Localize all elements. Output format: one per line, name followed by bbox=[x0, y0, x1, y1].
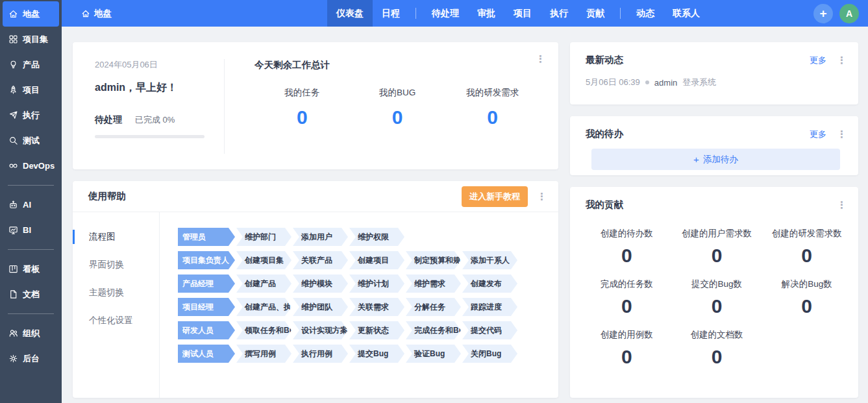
work-summary-stats: 我的任务 0 我的BUG 0 我的研发需求 0 bbox=[254, 87, 540, 128]
stat-label: 我的任务 bbox=[254, 87, 350, 99]
tutorial-button[interactable]: 进入新手教程 bbox=[462, 186, 528, 207]
sidebar-item-org[interactable]: 组织 bbox=[3, 321, 59, 346]
flow-step: 维护团队 bbox=[293, 298, 348, 316]
stat-label: 创建的待办数 bbox=[582, 228, 672, 239]
tab-dynamic[interactable]: 动态 bbox=[627, 0, 663, 27]
stat-label: 我的BUG bbox=[350, 87, 445, 99]
greeting-text: admin，早上好！ bbox=[95, 81, 205, 95]
progress-bar bbox=[95, 135, 205, 138]
sidebar-item-label: 文档 bbox=[23, 289, 40, 300]
flow-step: 维护模块 bbox=[293, 275, 348, 293]
magnifier-icon bbox=[8, 136, 18, 146]
tab-execution[interactable]: 执行 bbox=[541, 0, 577, 27]
stat-label: 创建的用户需求数 bbox=[672, 228, 762, 239]
rocket-icon bbox=[8, 85, 18, 95]
stat-label: 解决的Bug数 bbox=[762, 278, 852, 290]
stat-my-tasks: 我的任务 0 bbox=[254, 87, 350, 128]
tab-approval[interactable]: 审批 bbox=[468, 0, 504, 27]
contribution-grid: 创建的待办数 0 创建的用户需求数 0 创建的研发需求数 0 完成的任务数 0 bbox=[570, 211, 858, 380]
flow-step: 关联需求 bbox=[349, 298, 404, 316]
sidebar-item-label: 地盘 bbox=[23, 8, 40, 20]
flow-step: 创建项目集 bbox=[236, 251, 291, 269]
help-tabs: 流程图 界面切换 主题切换 个性化设置 bbox=[73, 212, 160, 398]
kebab-menu-icon[interactable]: ⋮ bbox=[834, 128, 849, 140]
tab-contacts[interactable]: 联系人 bbox=[663, 0, 709, 27]
breadcrumb[interactable]: 地盘 bbox=[81, 8, 112, 19]
kebab-menu-icon[interactable]: ⋮ bbox=[834, 54, 849, 66]
latest-news-card: 最新动态 更多 ⋮ 5月06日 06:39 admin 登录系统 bbox=[570, 42, 858, 104]
add-todo-label: 添加待办 bbox=[703, 154, 738, 165]
news-item: 5月06日 06:39 admin 登录系统 bbox=[570, 66, 858, 88]
my-contribution-card: 我的贡献 ⋮ 创建的待办数 0 创建的用户需求数 0 创建的研发需求数 0 bbox=[570, 187, 858, 398]
flow-role: 产品经理 bbox=[178, 275, 235, 293]
sidebar-item-label: BI bbox=[23, 225, 31, 235]
stat-dev-stories-created: 创建的研发需求数 0 bbox=[762, 228, 852, 267]
sidebar-item-label: 看板 bbox=[23, 263, 40, 275]
sidebar-item-program[interactable]: 项目集 bbox=[3, 27, 59, 52]
help-card-header: 使用帮助 进入新手教程 ⋮ bbox=[73, 181, 558, 212]
add-todo-button[interactable]: + 添加待办 bbox=[591, 149, 840, 170]
welcome-left: 2024年05月06日 admin，早上好！ 待处理 已完成 0% bbox=[95, 59, 225, 154]
grid-icon bbox=[8, 34, 18, 45]
sidebar-item-product[interactable]: 产品 bbox=[3, 52, 59, 77]
right-column: 最新动态 更多 ⋮ 5月06日 06:39 admin 登录系统 我的待办 更多… bbox=[570, 42, 858, 398]
tab-project[interactable]: 项目 bbox=[504, 0, 541, 27]
stat-value: 0 bbox=[762, 245, 852, 267]
sidebar-item-label: 执行 bbox=[23, 110, 40, 121]
tab-todo[interactable]: 待处理 bbox=[423, 0, 468, 27]
flow-step: 跟踪进度 bbox=[462, 298, 517, 316]
stat-value: 0 bbox=[445, 106, 540, 128]
help-tab-ui-switch[interactable]: 界面切换 bbox=[73, 253, 159, 276]
kebab-menu-icon[interactable]: ⋮ bbox=[533, 53, 548, 65]
completed-label: 已完成 0% bbox=[135, 114, 175, 126]
sidebar-item-project[interactable]: 项目 bbox=[3, 77, 59, 103]
stat-value: 0 bbox=[672, 245, 762, 267]
tab-dashboard[interactable]: 仪表盘 bbox=[327, 0, 373, 27]
flow-step: 添加干系人 bbox=[462, 251, 517, 269]
flow-step: 关联产品 bbox=[293, 251, 348, 269]
stat-value: 0 bbox=[582, 245, 672, 267]
stat-label: 提交的Bug数 bbox=[672, 278, 762, 290]
avatar[interactable]: A bbox=[839, 4, 859, 23]
flow-role: 管理员 bbox=[178, 228, 235, 246]
sidebar-item-label: 项目集 bbox=[23, 34, 48, 45]
more-link[interactable]: 更多 bbox=[810, 128, 826, 140]
stat-label: 完成的任务数 bbox=[582, 278, 672, 290]
create-button[interactable]: + bbox=[813, 4, 833, 23]
sidebar-item-dashboard[interactable]: 地盘 bbox=[3, 1, 59, 27]
help-tab-flowchart[interactable]: 流程图 bbox=[73, 225, 159, 249]
help-tab-personalize[interactable]: 个性化设置 bbox=[73, 309, 159, 332]
kebab-menu-icon[interactable]: ⋮ bbox=[534, 190, 549, 202]
sidebar-item-bi[interactable]: BI bbox=[3, 217, 59, 243]
flow-step: 创建项目 bbox=[349, 251, 404, 269]
content: ⋮ 2024年05月06日 admin，早上好！ 待处理 已完成 0% 今天剩余… bbox=[62, 27, 868, 403]
sidebar-divider bbox=[8, 249, 54, 250]
robot-icon bbox=[8, 200, 18, 210]
sidebar-item-execution[interactable]: 执行 bbox=[3, 103, 59, 128]
pending-label: 待处理 bbox=[95, 114, 122, 126]
stat-value: 0 bbox=[582, 346, 672, 368]
nav-divider bbox=[415, 8, 416, 19]
stat-user-stories-created: 创建的用户需求数 0 bbox=[672, 228, 762, 267]
sidebar-item-test[interactable]: 测试 bbox=[3, 128, 59, 153]
sidebar-item-kanban[interactable]: 看板 bbox=[3, 256, 59, 282]
topbar: 地盘 仪表盘 日程 待处理 审批 项目 执行 贡献 动态 联系人 + A bbox=[62, 0, 868, 27]
sidebar-item-admin[interactable]: 后台 bbox=[3, 346, 59, 371]
flow-step: 提交Bug bbox=[349, 345, 404, 363]
more-link[interactable]: 更多 bbox=[810, 55, 826, 66]
tab-calendar[interactable]: 日程 bbox=[373, 0, 409, 27]
sidebar-item-devops[interactable]: DevOps bbox=[3, 153, 59, 178]
left-column: ⋮ 2024年05月06日 admin，早上好！ 待处理 已完成 0% 今天剩余… bbox=[73, 42, 558, 398]
stat-bugs-submitted: 提交的Bug数 0 bbox=[672, 278, 762, 317]
flow-step: 创建发布 bbox=[462, 275, 517, 293]
flow-step: 维护权限 bbox=[349, 228, 404, 246]
welcome-card: ⋮ 2024年05月06日 admin，早上好！ 待处理 已完成 0% 今天剩余… bbox=[73, 42, 558, 169]
sidebar-item-doc[interactable]: 文档 bbox=[3, 282, 59, 307]
tab-contribution[interactable]: 贡献 bbox=[577, 0, 614, 27]
home-icon bbox=[8, 9, 18, 19]
kebab-menu-icon[interactable]: ⋮ bbox=[834, 199, 849, 211]
sidebar-item-ai[interactable]: AI bbox=[3, 192, 59, 217]
lightbulb-icon bbox=[8, 60, 18, 70]
flow-step: 更新状态 bbox=[349, 321, 404, 339]
help-tab-theme-switch[interactable]: 主题切换 bbox=[73, 281, 159, 304]
